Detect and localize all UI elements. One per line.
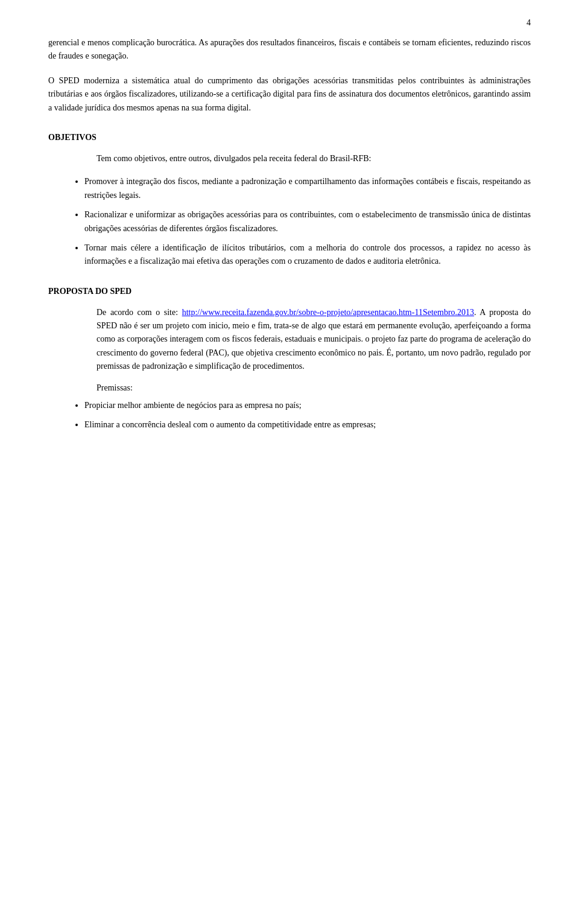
proposta-link[interactable]: http://www.receita.fazenda.gov.br/sobre-… [182,308,474,317]
page-number: 4 [527,18,531,28]
premissas-list: Propiciar melhor ambiente de negócios pa… [84,399,531,432]
list-item: Promover à integração dos fiscos, median… [84,175,531,202]
objetivos-list: Promover à integração dos fiscos, median… [84,175,531,268]
objetivos-intro: Tem como objetivos, entre outros, divulg… [96,152,531,165]
list-item: Racionalizar e uniformizar as obrigações… [84,208,531,235]
proposta-paragraph: De acordo com o site: http://www.receita… [96,306,531,374]
proposta-intro-start: De acordo com o site: [96,308,182,317]
paragraph-1: gerencial e menos complicação burocrátic… [48,36,531,63]
list-item: Tornar mais célere a identificação de il… [84,241,531,269]
paragraph-2: O SPED moderniza a sistemática atual do … [48,74,531,115]
page: 4 gerencial e menos complicação burocrát… [0,0,579,924]
objetivos-heading: OBJETIVOS [48,133,531,142]
list-item: Propiciar melhor ambiente de negócios pa… [84,399,531,412]
list-item: Eliminar a concorrência desleal com o au… [84,418,531,432]
proposta-heading: PROPOSTA DO SPED [48,287,531,296]
proposta-text: . A proposta do SPED não é ser um projet… [96,308,531,371]
premissas-label: Premissas: [96,383,531,393]
